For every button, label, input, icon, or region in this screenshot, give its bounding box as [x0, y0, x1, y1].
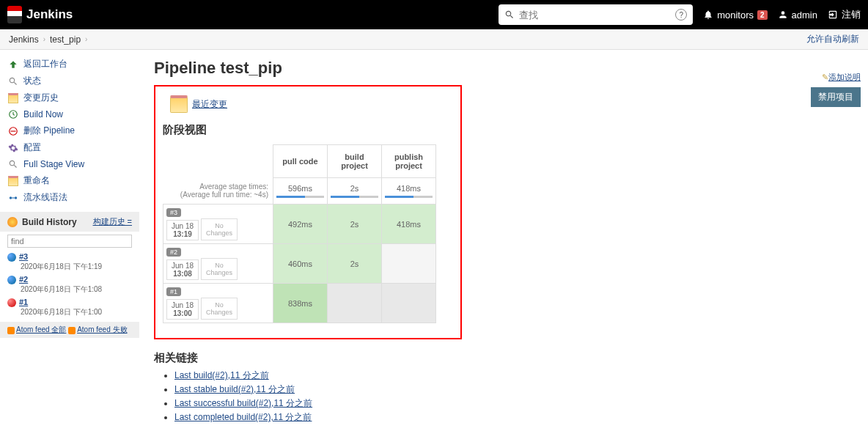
sidebar-item-label: 配置: [23, 141, 41, 154]
build-history-find: [7, 235, 132, 248]
stage-cell[interactable]: 460ms: [273, 244, 328, 284]
sidebar-item[interactable]: 状态: [0, 73, 139, 89]
status-ball-icon: [7, 298, 16, 307]
monitors-link[interactable]: monitors 2: [703, 10, 767, 21]
atom-feed-all[interactable]: Atom feed 全部: [16, 325, 66, 334]
build-label-cell[interactable]: #3Jun 1813:19NoChanges: [163, 205, 273, 244]
sidebar-item[interactable]: 流水线语法: [0, 189, 139, 206]
stage-cell[interactable]: 2s: [328, 205, 382, 244]
add-description-link[interactable]: 添加说明: [828, 73, 861, 81]
related-links-list: Last build(#2),11 分之前Last stable build(#…: [174, 369, 853, 424]
stage-cell[interactable]: 418ms: [382, 205, 436, 244]
logo[interactable]: Jenkins: [7, 6, 73, 23]
atom-feed-fail[interactable]: Atom feed 失败: [77, 325, 127, 334]
chevron-right-icon: ›: [43, 35, 45, 43]
main-content: Pipeline test_pip ✎添加说明 禁用项目 最近变更 阶段视图 p…: [139, 50, 868, 434]
stage-cell[interactable]: [382, 284, 436, 323]
build-number: #1: [19, 298, 28, 306]
build-trend-link[interactable]: 构建历史 =: [93, 216, 132, 227]
related-link[interactable]: Last successful build(#2),11 分之前: [174, 398, 312, 408]
logout-icon: [828, 10, 838, 20]
stage-cell[interactable]: [382, 244, 436, 284]
avg-cell: 418ms: [382, 178, 436, 205]
edit-icon: ✎: [822, 73, 828, 81]
no-changes: NoChanges: [201, 218, 238, 240]
gear-icon: [7, 142, 19, 154]
sidebar-item-label: 变更历史: [23, 92, 59, 104]
build-history-row[interactable]: #22020年6月18日 下午1:08: [0, 273, 139, 296]
build-history-row[interactable]: #12020年6月18日 下午1:00: [0, 296, 139, 319]
disable-project-button[interactable]: 禁用项目: [811, 87, 861, 107]
sidebar-item-label: 删除 Pipeline: [23, 125, 75, 137]
sidebar-item-label: 流水线语法: [23, 191, 67, 204]
build-history-header: Build History 构建历史 =: [0, 212, 139, 232]
build-date: Jun 1813:08: [166, 259, 199, 280]
breadcrumb-root[interactable]: Jenkins: [9, 34, 39, 45]
build-find-input[interactable]: [7, 235, 132, 248]
recent-changes: 最近变更: [170, 95, 453, 113]
rss-icon: [7, 327, 15, 334]
search-box[interactable]: ?: [499, 4, 693, 25]
logout-label: 注销: [842, 8, 861, 21]
sidebar: 返回工作台状态变更历史Build Now删除 Pipeline配置Full St…: [0, 50, 139, 434]
svg-point-2: [10, 196, 12, 199]
sidebar-item[interactable]: 返回工作台: [0, 56, 139, 73]
stage-cell[interactable]: [328, 284, 382, 323]
build-number: #3: [19, 252, 28, 261]
user-label: admin: [792, 10, 817, 21]
sidebar-item[interactable]: 删除 Pipeline: [0, 122, 139, 139]
related-link[interactable]: Last completed build(#2),11 分之前: [174, 412, 312, 422]
sidebar-item-label: 返回工作台: [23, 58, 67, 70]
build-time: 2020年6月18日 下午1:19: [21, 262, 132, 272]
stage-view-table: pull code build project publish project …: [163, 144, 436, 323]
sidebar-item[interactable]: 变更历史: [0, 89, 139, 106]
stage-row: #1Jun 1813:00NoChanges838ms: [163, 284, 436, 323]
no-changes: NoChanges: [201, 298, 238, 320]
sidebar-item[interactable]: 重命名: [0, 172, 139, 189]
avg-label: Average stage times:(Average full run ti…: [163, 178, 273, 205]
stage-col-0: pull code: [273, 145, 328, 178]
sun-icon: [7, 217, 18, 227]
monitors-badge: 2: [757, 10, 768, 20]
stage-cell[interactable]: 2s: [328, 244, 382, 284]
logo-text: Jenkins: [26, 7, 73, 22]
magnifier-icon: [7, 75, 19, 87]
stage-row: #2Jun 1813:08NoChanges460ms2s: [163, 244, 436, 284]
jenkins-logo-icon: [7, 6, 22, 23]
related-link-item: Last stable build(#2),11 分之前: [174, 383, 853, 396]
breadcrumb-item[interactable]: test_pip: [50, 34, 81, 45]
stage-cell[interactable]: 492ms: [273, 205, 328, 244]
svg-point-3: [15, 196, 18, 199]
monitors-label: monitors: [717, 10, 754, 21]
avg-cell: 2s: [328, 178, 382, 205]
breadcrumb: Jenkins › test_pip › 允许自动刷新: [0, 29, 868, 50]
sidebar-item[interactable]: Build Now: [0, 106, 139, 122]
sidebar-item-label: 重命名: [23, 174, 50, 187]
clock-icon: [7, 108, 19, 120]
bell-icon: [703, 10, 713, 20]
rss-icon: [68, 327, 76, 334]
build-number: #2: [19, 275, 28, 284]
stage-row: #3Jun 1813:19NoChanges492ms2s418ms: [163, 205, 436, 244]
logout-link[interactable]: 注销: [828, 8, 861, 21]
build-label-cell[interactable]: #1Jun 1813:00NoChanges: [163, 284, 273, 323]
related-link[interactable]: Last stable build(#2),11 分之前: [174, 384, 295, 394]
recent-changes-link[interactable]: 最近变更: [192, 98, 227, 111]
sidebar-item[interactable]: 配置: [0, 139, 139, 156]
build-history-row[interactable]: #32020年6月18日 下午1:19: [0, 251, 139, 273]
related-link[interactable]: Last build(#2),11 分之前: [174, 370, 269, 380]
help-icon[interactable]: ?: [675, 9, 687, 21]
build-date: Jun 1813:19: [166, 220, 199, 240]
no-changes: NoChanges: [201, 258, 238, 280]
user-link[interactable]: admin: [778, 10, 817, 21]
sidebar-item[interactable]: Full Stage View: [0, 156, 139, 172]
user-icon: [778, 10, 788, 20]
status-ball-icon: [7, 253, 16, 262]
no-entry-icon: [7, 125, 19, 137]
build-label-cell[interactable]: #2Jun 1813:08NoChanges: [163, 244, 273, 284]
stage-cell[interactable]: 838ms: [273, 284, 328, 323]
build-pill: #1: [166, 287, 181, 296]
search-input[interactable]: [515, 10, 675, 21]
stage-col-2: publish project: [382, 145, 436, 178]
auto-refresh-link[interactable]: 允许自动刷新: [806, 33, 859, 45]
